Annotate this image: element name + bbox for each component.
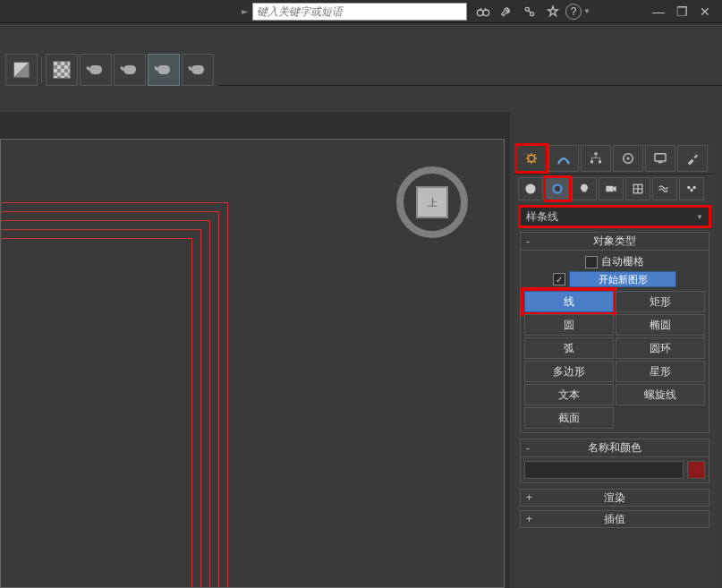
shapes-subtab[interactable]	[545, 177, 570, 200]
minimize-button[interactable]: —	[649, 4, 668, 20]
search-input[interactable]	[252, 3, 467, 21]
svg-rect-11	[658, 162, 663, 164]
name-color-label: 名称和颜色	[588, 440, 641, 456]
star-icon[interactable]	[544, 3, 562, 21]
svg-rect-6	[590, 160, 593, 163]
svg-point-19	[693, 186, 696, 189]
helpers-subtab[interactable]	[625, 177, 650, 200]
object-buttons-grid: 线 矩形 圆 椭圆 弧 圆环 多边形 星形 文本 螺旋线 截面	[524, 291, 705, 429]
render-rollout[interactable]: + 渲染	[520, 489, 709, 507]
start-new-shape-button[interactable]: 开始新图形	[569, 271, 676, 287]
toolbar-teapot-2[interactable]	[114, 54, 146, 86]
display-tab[interactable]	[645, 145, 675, 172]
name-color-rollout: - 名称和颜色	[520, 439, 709, 483]
arc-button[interactable]: 弧	[524, 337, 614, 359]
svg-point-18	[687, 186, 690, 189]
svg-point-0	[477, 10, 483, 16]
create-tab[interactable]	[516, 145, 547, 172]
utilities-tab[interactable]	[677, 145, 708, 172]
auto-grid-checkbox[interactable]	[585, 256, 598, 268]
restore-button[interactable]: ❐	[672, 4, 692, 20]
panel-subcategory-tabs	[514, 175, 715, 203]
name-color-header[interactable]: - 名称和颜色	[521, 439, 709, 457]
systems-subtab[interactable]	[679, 177, 704, 200]
line-button[interactable]: 线	[524, 291, 614, 312]
svg-point-4	[528, 155, 535, 162]
modify-tab[interactable]	[548, 145, 579, 172]
helix-button[interactable]: 螺旋线	[616, 384, 705, 405]
top-icon-group	[474, 3, 562, 21]
object-name-input[interactable]	[524, 461, 684, 479]
donut-button[interactable]: 圆环	[616, 337, 705, 359]
render-label: 渲染	[604, 490, 625, 506]
svg-rect-10	[655, 154, 666, 161]
collapse-icon: -	[526, 442, 530, 455]
dropdown-value: 样条线	[526, 209, 558, 225]
search-dropdown-arrow[interactable]: ▶	[242, 8, 249, 14]
expand-icon: +	[526, 513, 532, 525]
auto-grid-row: 自动栅格	[524, 254, 705, 269]
toolbar-area	[0, 23, 722, 86]
panel-category-tabs	[514, 143, 715, 175]
circle-button[interactable]: 圆	[524, 314, 614, 336]
communication-icon[interactable]	[521, 3, 539, 21]
viewcube[interactable]: 上	[396, 166, 468, 238]
start-new-shape-checkbox[interactable]	[553, 273, 565, 285]
section-button[interactable]: 截面	[524, 407, 614, 429]
hierarchy-tab[interactable]	[581, 145, 611, 172]
render-toolbar	[0, 50, 219, 89]
toolbar-teapot-3[interactable]	[148, 54, 180, 86]
object-type-label: 对象类型	[593, 234, 636, 249]
interpolation-label: 插值	[604, 512, 625, 527]
ellipse-button[interactable]: 椭圆	[616, 314, 705, 336]
object-type-body: 自动栅格 开始新图形 线 矩形 圆 椭圆 弧 圆环 多边形 星形 文本 螺旋线 …	[521, 251, 709, 432]
spacewarps-subtab[interactable]	[652, 177, 677, 200]
object-color-swatch[interactable]	[687, 461, 705, 479]
text-button[interactable]: 文本	[524, 384, 614, 405]
wrench-icon[interactable]	[497, 3, 515, 21]
close-button[interactable]: ✕	[695, 4, 715, 20]
toolbar-teapot-1[interactable]	[80, 54, 112, 86]
lights-subtab[interactable]	[572, 177, 597, 200]
scene-lines	[1, 166, 234, 587]
cameras-subtab[interactable]	[599, 177, 624, 200]
start-new-shape-row: 开始新图形	[524, 271, 705, 287]
help-icon[interactable]: ?	[565, 4, 582, 20]
command-panel: 样条线 - 对象类型 自动栅格 开始新图形 线 矩形 圆 椭圆 弧 圆环 多边形	[514, 143, 715, 588]
help-dropdown-arrow[interactable]: ▼	[583, 7, 590, 15]
viewport-container: 上	[0, 112, 510, 588]
star-button[interactable]: 星形	[616, 361, 705, 382]
toolbar-material-btn[interactable]	[5, 54, 38, 86]
auto-grid-label: 自动栅格	[601, 254, 644, 269]
ngon-button[interactable]: 多边形	[524, 361, 614, 382]
collapse-icon: -	[526, 235, 530, 248]
svg-rect-5	[595, 152, 598, 155]
viewport[interactable]: 上	[0, 139, 505, 588]
binoculars-icon[interactable]	[474, 3, 492, 21]
title-bar: ▶ ? ▼ — ❐ ✕	[0, 0, 722, 23]
expand-icon: +	[526, 491, 532, 504]
shape-type-dropdown[interactable]: 样条线	[520, 207, 709, 226]
svg-point-14	[555, 186, 560, 192]
svg-rect-7	[599, 160, 601, 163]
name-color-body	[521, 457, 709, 482]
interpolation-rollout[interactable]: + 插值	[520, 510, 709, 528]
motion-tab[interactable]	[613, 145, 643, 172]
rectangle-button[interactable]: 矩形	[616, 291, 705, 312]
toolbar-teapot-4[interactable]	[182, 54, 214, 86]
svg-point-12	[525, 183, 535, 193]
object-type-header[interactable]: - 对象类型	[521, 233, 709, 251]
viewcube-face-top[interactable]: 上	[416, 186, 448, 218]
svg-point-1	[483, 10, 489, 16]
geometry-subtab[interactable]	[518, 177, 543, 200]
object-type-rollout: - 对象类型 自动栅格 开始新图形 线 矩形 圆 椭圆 弧 圆环 多边形 星形 …	[520, 232, 709, 433]
svg-rect-15	[606, 186, 613, 192]
toolbar-checker-btn[interactable]	[46, 54, 78, 86]
toolbar-divider	[41, 57, 42, 82]
svg-point-9	[627, 158, 630, 160]
window-controls: — ❐ ✕	[649, 4, 715, 20]
